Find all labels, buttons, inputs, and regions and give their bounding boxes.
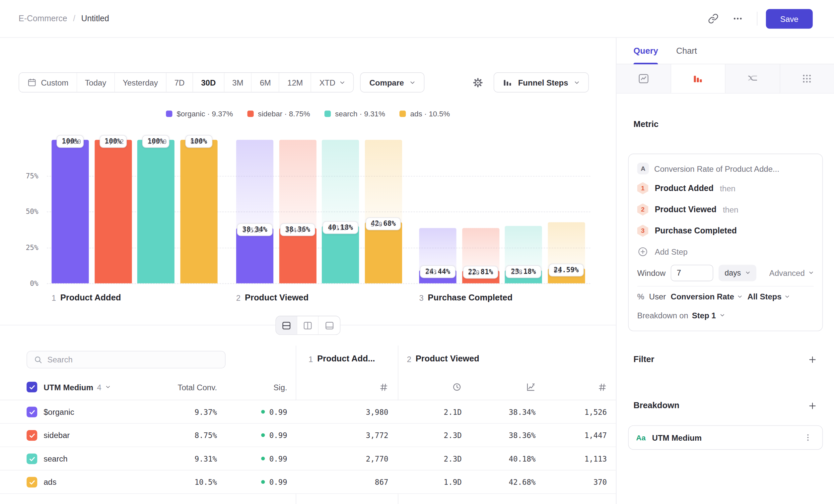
date-range-custom[interactable]: Custom bbox=[19, 73, 77, 92]
metric-title: Conversion Rate of Product Adde... bbox=[654, 164, 779, 173]
table-row-sidebar[interactable]: sidebar8.75%0.993,7722.3D38.36%1,447 bbox=[0, 424, 616, 447]
share-link-button[interactable] bbox=[703, 8, 724, 29]
entity-selector[interactable]: User bbox=[649, 292, 666, 301]
metric-step-1[interactable]: 1Product Addedthen bbox=[637, 178, 814, 199]
view-split-vertical-button[interactable] bbox=[297, 316, 319, 335]
window-value-input[interactable] bbox=[671, 265, 713, 281]
row-step1-count: 2,770 bbox=[319, 447, 388, 470]
view-split-horizontal-button[interactable] bbox=[276, 316, 297, 335]
plus-icon bbox=[808, 355, 817, 364]
date-range-3m[interactable]: 3M bbox=[224, 73, 252, 92]
metric-type-selector[interactable]: Conversion Rate bbox=[671, 292, 743, 301]
count-column-button[interactable] bbox=[319, 379, 388, 395]
view-panel-bottom-button[interactable] bbox=[319, 316, 340, 335]
metric-step-3[interactable]: 3Purchase Completed bbox=[637, 220, 814, 242]
date-range-6m[interactable]: 6M bbox=[252, 73, 279, 92]
metric-step-name: Product Added bbox=[655, 183, 714, 193]
funnel-bar-organic-step2[interactable] bbox=[236, 228, 273, 283]
breakdown-column-header[interactable]: UTM Medium 4 bbox=[43, 379, 110, 395]
add-step-button[interactable]: Add Step bbox=[637, 242, 814, 261]
breadcrumb-report-title[interactable]: Untitled bbox=[81, 14, 109, 24]
row-significance: 0.99 bbox=[228, 447, 287, 470]
date-range-yesterday[interactable]: Yesterday bbox=[115, 73, 167, 92]
split-vertical-icon bbox=[303, 320, 312, 330]
count-column-button[interactable] bbox=[548, 379, 607, 395]
total-conversion-header[interactable]: Total Conv. bbox=[154, 379, 217, 395]
compare-button[interactable]: Compare bbox=[360, 72, 424, 92]
analytics-app: E-Commerce / Untitled Save CustomTodayYe… bbox=[0, 0, 834, 504]
metric-step-2[interactable]: 2Product Viewedthen bbox=[637, 199, 814, 220]
visualization-selector[interactable]: Funnel Steps bbox=[493, 72, 589, 92]
legend-item-ads[interactable]: ads · 10.5% bbox=[399, 109, 450, 118]
row-checkbox[interactable] bbox=[26, 407, 37, 417]
date-range-xtd[interactable]: XTD bbox=[311, 73, 354, 92]
legend-item-organic[interactable]: $organic · 9.37% bbox=[166, 109, 233, 118]
funnel-bar-ads-step1[interactable] bbox=[180, 140, 217, 283]
funnel-bar-ads-step2[interactable] bbox=[365, 222, 402, 283]
tab-chart[interactable]: Chart bbox=[676, 38, 697, 64]
step-hexagon-badge: 3 bbox=[637, 225, 649, 237]
funnel-bar-organic-step1[interactable] bbox=[52, 140, 89, 283]
breakdown-column-name: UTM Medium bbox=[43, 383, 93, 392]
step-name: Product Added bbox=[60, 293, 121, 302]
table-row-organic[interactable]: $organic9.37%0.993,9802.1D38.34%1,526 bbox=[0, 400, 616, 424]
date-range-label: 7D bbox=[175, 78, 185, 87]
save-button[interactable]: Save bbox=[766, 8, 812, 28]
add-breakdown-button[interactable] bbox=[805, 398, 819, 412]
date-range-label: Today bbox=[85, 78, 106, 87]
bar-value-label: 100%2,770 bbox=[142, 135, 170, 147]
funnel-bar-sidebar-step1[interactable] bbox=[94, 140, 132, 283]
bar-value-label: 100%867 bbox=[185, 135, 212, 147]
date-range-today[interactable]: Today bbox=[77, 73, 115, 92]
report-type-flows-tab[interactable] bbox=[726, 64, 780, 93]
breakdown-options-button[interactable] bbox=[801, 431, 815, 445]
legend-item-search[interactable]: search · 9.31% bbox=[325, 109, 385, 118]
table-row-search[interactable]: search9.31%0.992,7702.3D40.18%1,113 bbox=[0, 447, 616, 471]
report-type-retention-tab[interactable] bbox=[780, 64, 834, 93]
y-axis-tick: 75% bbox=[14, 172, 39, 180]
table-row-ads[interactable]: ads10.5%0.998671.9D42.68%370 bbox=[0, 471, 616, 494]
breakdown-property-card[interactable]: Aa UTM Medium bbox=[628, 426, 823, 450]
layout-view-toggle bbox=[276, 316, 341, 335]
step-hexagon-badge: 1 bbox=[637, 182, 649, 194]
advanced-button[interactable]: Advanced bbox=[769, 268, 814, 277]
legend-item-sidebar[interactable]: sidebar · 8.75% bbox=[247, 109, 310, 118]
row-checkbox[interactable] bbox=[26, 477, 37, 487]
report-type-insights-tab[interactable] bbox=[616, 64, 671, 93]
bar-count: 373 bbox=[425, 266, 437, 278]
add-filter-button[interactable] bbox=[805, 352, 819, 366]
select-all-checkbox[interactable] bbox=[26, 382, 37, 392]
row-significance: 0.99 bbox=[228, 400, 287, 423]
row-checkbox[interactable] bbox=[26, 430, 37, 441]
row-checkbox[interactable] bbox=[26, 454, 37, 464]
table-step2-header: 2 Product Viewed bbox=[407, 354, 479, 364]
row-avg-time: 2.1D bbox=[409, 400, 461, 423]
report-type-funnels-tab[interactable] bbox=[671, 64, 726, 93]
funnel-bar-search-step1[interactable] bbox=[137, 140, 175, 283]
window-unit-select[interactable]: days bbox=[719, 265, 756, 281]
y-axis-tick: 0% bbox=[14, 279, 39, 288]
tab-query[interactable]: Query bbox=[634, 38, 658, 64]
chart-settings-button[interactable] bbox=[467, 73, 488, 92]
breakdown-on-step-row[interactable]: Breakdown on Step 1 bbox=[637, 306, 814, 325]
avg-time-column-button[interactable] bbox=[409, 379, 461, 395]
funnel-chart: 75%50%25%0%100%3,980100%3,772100%2,77010… bbox=[0, 0, 616, 324]
date-range-12m[interactable]: 12M bbox=[279, 73, 311, 92]
window-unit-label: days bbox=[725, 269, 741, 277]
bar-chart-icon bbox=[503, 77, 512, 87]
date-range-7d[interactable]: 7D bbox=[167, 73, 193, 92]
conversion-trend-column-button[interactable] bbox=[479, 379, 536, 395]
more-menu-button[interactable] bbox=[727, 8, 748, 29]
funnel-bar-sidebar-step2[interactable] bbox=[279, 228, 316, 283]
search-input[interactable] bbox=[47, 355, 219, 364]
funnel-bar-search-step2[interactable] bbox=[322, 226, 359, 283]
metric-title-row[interactable]: A Conversion Rate of Product Adde... bbox=[637, 160, 814, 178]
filter-section-header: Filter bbox=[634, 352, 819, 366]
steps-scope-selector[interactable]: All Steps bbox=[747, 292, 790, 301]
bar-count: 258 bbox=[511, 266, 523, 278]
report-toolbar: CustomTodayYesterday7D30D3M6M12MXTD Comp… bbox=[0, 72, 616, 92]
date-range-30d[interactable]: 30D bbox=[193, 73, 224, 92]
date-range-label: 12M bbox=[287, 78, 303, 87]
significance-header[interactable]: Sig. bbox=[228, 379, 287, 395]
breadcrumb-project[interactable]: E-Commerce bbox=[19, 14, 67, 24]
